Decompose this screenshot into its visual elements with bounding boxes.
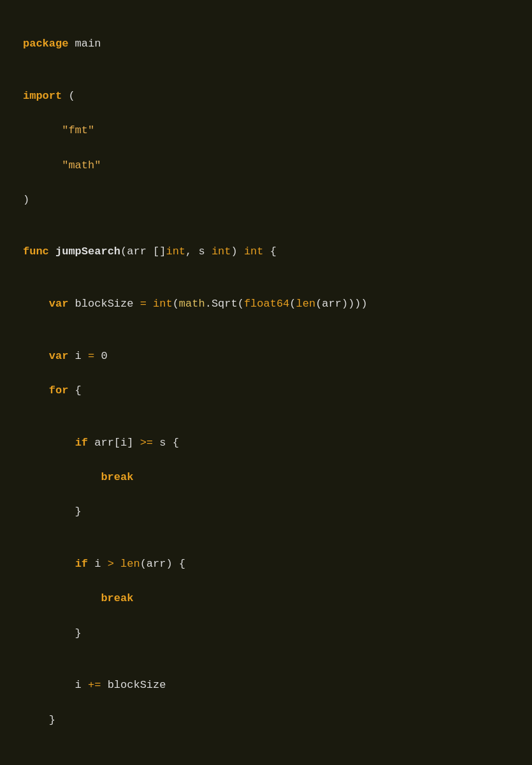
keyword-if-1: if [75, 437, 88, 449]
keyword-func-1: func [23, 245, 49, 258]
builtin-int: int [153, 298, 173, 310]
keyword-var-2: var [49, 350, 69, 362]
keyword-var-1: var [49, 298, 69, 310]
method-sqrt: Sqrt [212, 298, 238, 310]
builtin-len-2: len [120, 558, 140, 570]
line-20: break [23, 590, 509, 607]
line-21: } [23, 625, 509, 642]
code-editor: package main import ( "fmt" "math" ) fun… [23, 18, 509, 765]
line-3: import ( [23, 87, 509, 105]
type-int-2: int [212, 245, 231, 258]
keyword-package: package [23, 38, 68, 50]
keyword-break-1: break [101, 471, 133, 483]
keyword-if-2: if [75, 558, 88, 570]
line-15: if arr[i] >= s { [23, 434, 509, 451]
builtin-len-1: len [296, 298, 316, 310]
import-math: "math" [62, 159, 101, 171]
line-4: "fmt" [23, 122, 509, 139]
line-12: var i = 0 [23, 347, 509, 365]
line-17: } [23, 503, 509, 520]
line-24: } [23, 711, 509, 729]
line-19: if i > len(arr) { [23, 555, 509, 572]
func-name-jumpSearch: jumpSearch [55, 245, 120, 258]
type-int-1: int [166, 245, 185, 258]
line-6: ) [23, 191, 509, 208]
line-1: package main [23, 35, 509, 52]
type-int-return: int [244, 245, 264, 258]
keyword-for-1: for [49, 384, 69, 397]
line-16: break [23, 469, 509, 486]
builtin-float64: float64 [244, 298, 289, 310]
line-23: i += blockSize [23, 676, 509, 694]
pkg-math: math [179, 298, 205, 310]
line-13: for { [23, 382, 509, 399]
keyword-break-2: break [101, 592, 133, 604]
line-5: "math" [23, 157, 509, 174]
import-fmt: "fmt" [62, 124, 94, 136]
line-10: var blockSize = int(math.Sqrt(float64(le… [23, 295, 509, 312]
keyword-import: import [23, 90, 62, 102]
line-8: func jumpSearch(arr []int, s int) int { [23, 243, 509, 260]
